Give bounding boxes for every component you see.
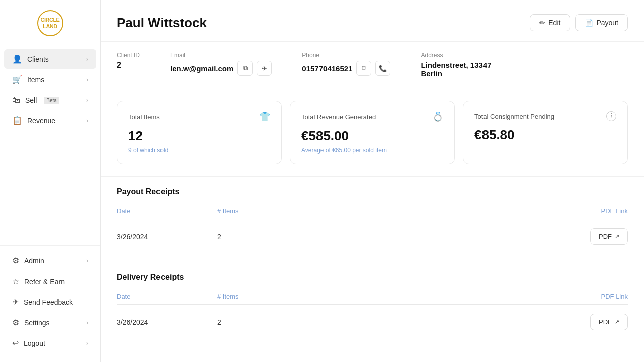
clients-icon: 👤 — [12, 54, 22, 64]
stat-title-items: Total Items — [128, 113, 160, 121]
delivery-pdf-button-0[interactable]: PDF ↗ — [590, 314, 628, 330]
sidebar-label-clients: Clients — [27, 55, 49, 63]
chevron-icon-revenue: › — [86, 117, 88, 124]
sidebar-item-logout[interactable]: ↩ Logout › — [4, 333, 96, 353]
chevron-icon-admin: › — [86, 257, 88, 264]
delivery-row-0: 3/26/2024 2 PDF ↗ — [117, 307, 628, 337]
stat-icon-items: 👕 — [259, 111, 270, 122]
delivery-col-date: Date — [117, 293, 217, 300]
sidebar-item-revenue[interactable]: 📋 Revenue › — [4, 111, 96, 130]
admin-icon: ⚙ — [12, 256, 19, 265]
sidebar-label-admin: Admin — [24, 257, 44, 265]
delivery-col-pdf: PDF Link — [601, 293, 628, 300]
payout-receipts-section: Payout Receipts Date # Items PDF Link 3/… — [101, 177, 644, 262]
payout-col-date: Date — [117, 207, 217, 215]
client-email-label: Email — [170, 52, 272, 59]
delivery-receipts-title: Delivery Receipts — [117, 273, 628, 282]
stat-title-revenue: Total Revenue Generated — [301, 113, 376, 121]
header-actions: ✏ Edit 📄 Payout — [530, 14, 628, 31]
delivery-col-items: # Items — [217, 293, 293, 300]
sidebar-item-admin[interactable]: ⚙ Admin › — [4, 251, 96, 270]
address-line2: Berlin — [421, 69, 491, 78]
sidebar-item-clients[interactable]: 👤 Clients › — [4, 49, 96, 69]
sidebar-item-send-feedback[interactable]: ✈ Send Feedback — [4, 292, 96, 312]
sidebar-label-revenue: Revenue — [27, 117, 55, 125]
external-link-icon-delivery: ↗ — [615, 319, 619, 325]
chevron-icon-logout: › — [86, 340, 88, 347]
payout-row-0: 3/26/2024 2 PDF ↗ — [117, 221, 628, 252]
chevron-icon-sell: › — [86, 97, 88, 104]
sidebar-label-send-feedback: Send Feedback — [24, 298, 73, 306]
sidebar-nav: 👤 Clients › 🛒 Items › 🛍 Sell Beta › 📋 Re… — [0, 44, 100, 245]
delivery-pdf-label-0: PDF — [599, 318, 612, 326]
delivery-pdf-action-0: PDF ↗ — [590, 314, 628, 330]
payout-label: Payout — [596, 19, 618, 27]
send-email-button[interactable]: ✈ — [257, 61, 272, 76]
client-email-row: len.w@gmail.com ⧉ ✈ — [170, 61, 272, 76]
chevron-icon-items: › — [86, 76, 88, 83]
edit-label: Edit — [548, 19, 560, 27]
client-phone-group: Phone 015770416521 ⧉ 📞 — [302, 52, 390, 76]
chevron-icon: › — [86, 56, 88, 63]
payout-pdf-label-0: PDF — [599, 233, 612, 240]
logout-icon: ↩ — [12, 338, 19, 348]
stat-card-total-revenue: Total Revenue Generated 💍 €585.00 Averag… — [290, 101, 455, 164]
payout-pdf-action-0: PDF ↗ — [590, 228, 628, 245]
edit-icon: ✏ — [539, 19, 545, 27]
edit-button[interactable]: ✏ Edit — [530, 14, 570, 31]
stats-grid: Total Items 👕 12 9 of which sold Total R… — [117, 101, 628, 164]
stat-sub-items: 9 of which sold — [128, 147, 270, 154]
page-title: Paul Wittstock — [117, 15, 207, 31]
revenue-icon: 📋 — [12, 116, 22, 125]
payout-button[interactable]: 📄 Payout — [575, 14, 628, 31]
sell-badge: Beta — [44, 97, 59, 104]
page-header: Paul Wittstock ✏ Edit 📄 Payout — [101, 0, 644, 42]
delivery-row-items-0: 2 — [217, 318, 293, 326]
sidebar-item-settings[interactable]: ⚙ Settings › — [4, 313, 96, 332]
delivery-receipts-header: Date # Items PDF Link — [117, 289, 628, 305]
payout-pdf-button-0[interactable]: PDF ↗ — [590, 228, 628, 245]
sidebar-item-refer-earn[interactable]: ☆ Refer & Earn — [4, 272, 96, 291]
stat-value-consignment: €85.80 — [474, 127, 616, 143]
main-content: Paul Wittstock ✏ Edit 📄 Payout Client ID… — [101, 0, 644, 362]
stat-card-total-items: Total Items 👕 12 9 of which sold — [117, 101, 282, 164]
stat-sub-revenue: Average of €65.00 per sold item — [301, 147, 443, 154]
client-phone-value: 015770416521 — [302, 64, 352, 73]
delivery-receipts-section: Delivery Receipts Date # Items PDF Link … — [101, 262, 644, 347]
copy-email-button[interactable]: ⧉ — [237, 61, 253, 76]
client-email-value: len.w@gmail.com — [170, 64, 233, 73]
sidebar-label-settings: Settings — [24, 319, 50, 327]
send-feedback-icon: ✈ — [12, 297, 19, 307]
address-line1: Lindenstreet, 13347 — [421, 61, 491, 69]
stat-card-consignment: Total Consignment Pending i €85.80 — [463, 101, 628, 164]
external-link-icon: ↗ — [615, 233, 619, 240]
stat-title-consignment: Total Consignment Pending — [474, 113, 554, 120]
settings-icon: ⚙ — [12, 318, 19, 327]
client-address-label: Address — [421, 52, 491, 59]
refer-earn-icon: ☆ — [12, 277, 19, 286]
logo: CIRCLELAND — [0, 0, 100, 44]
client-phone-label: Phone — [302, 52, 390, 59]
stats-section: Total Items 👕 12 9 of which sold Total R… — [101, 88, 644, 177]
client-email-group: Email len.w@gmail.com ⧉ ✈ — [170, 52, 272, 76]
payout-col-pdf: PDF Link — [601, 207, 628, 215]
client-phone-row: 015770416521 ⧉ 📞 — [302, 61, 390, 76]
sidebar-label-sell: Sell — [25, 96, 37, 104]
client-id-label: Client ID — [117, 52, 140, 59]
payout-icon: 📄 — [585, 19, 593, 27]
payout-row-date-0: 3/26/2024 — [117, 233, 217, 241]
call-button[interactable]: 📞 — [375, 61, 390, 76]
sidebar-item-sell[interactable]: 🛍 Sell Beta › — [4, 90, 96, 110]
stat-value-items: 12 — [128, 128, 270, 144]
sidebar: CIRCLELAND 👤 Clients › 🛒 Items › 🛍 Sell … — [0, 0, 101, 362]
chevron-icon-settings: › — [86, 319, 88, 326]
sidebar-item-items[interactable]: 🛒 Items › — [4, 70, 96, 89]
sidebar-bottom: ⚙ Admin › ☆ Refer & Earn ✈ Send Feedback… — [0, 245, 100, 362]
client-address-group: Address Lindenstreet, 13347 Berlin — [421, 52, 491, 78]
copy-phone-button[interactable]: ⧉ — [356, 61, 371, 76]
client-info: Client ID 2 Email len.w@gmail.com ⧉ ✈ Ph… — [101, 42, 644, 88]
stat-icon-revenue: 💍 — [432, 111, 443, 122]
sidebar-label-items: Items — [27, 76, 44, 84]
items-icon: 🛒 — [12, 75, 22, 84]
delivery-row-date-0: 3/26/2024 — [117, 318, 217, 326]
